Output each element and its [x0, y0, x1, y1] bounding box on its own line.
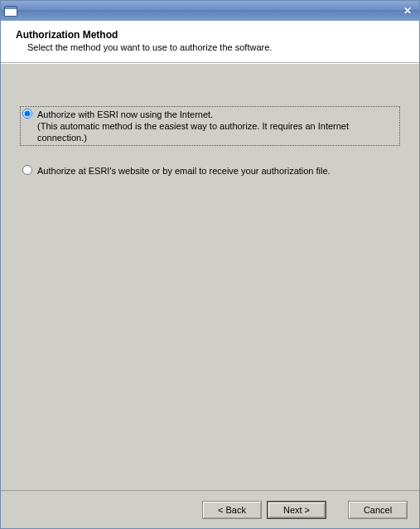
radio-authorize-website-email[interactable] [22, 165, 32, 175]
option-text: Authorize with ESRI now using the Intern… [37, 109, 396, 143]
option-label: Authorize at ESRI's website or by email … [37, 166, 331, 176]
body-area: Authorize with ESRI now using the Intern… [1, 63, 419, 490]
option-sublabel: (This automatic method is the easiest wa… [37, 120, 396, 143]
page-subtitle: Select the method you want to use to aut… [16, 42, 404, 52]
footer: < Back Next > Cancel [1, 490, 419, 528]
close-icon: ✕ [403, 5, 412, 17]
option-authorize-website-email[interactable]: Authorize at ESRI's website or by email … [21, 163, 399, 178]
close-button[interactable]: ✕ [399, 4, 416, 17]
system-menu-icon[interactable] [4, 6, 17, 17]
header-band: Authorization Method Select the method y… [1, 21, 419, 63]
option-label: Authorize with ESRI now using the Intern… [37, 109, 213, 119]
option-text: Authorize at ESRI's website or by email … [37, 165, 331, 177]
option-authorize-internet[interactable]: Authorize with ESRI now using the Intern… [21, 107, 399, 145]
page-title: Authorization Method [16, 29, 404, 41]
titlebar[interactable]: ✕ [1, 1, 419, 21]
cancel-button[interactable]: Cancel [348, 501, 408, 519]
radio-authorize-internet[interactable] [22, 109, 32, 119]
next-button[interactable]: Next > [267, 501, 326, 519]
wizard-window: ✕ Authorization Method Select the method… [0, 0, 420, 529]
back-button[interactable]: < Back [202, 501, 262, 519]
authorization-options: Authorize with ESRI now using the Intern… [1, 64, 419, 178]
